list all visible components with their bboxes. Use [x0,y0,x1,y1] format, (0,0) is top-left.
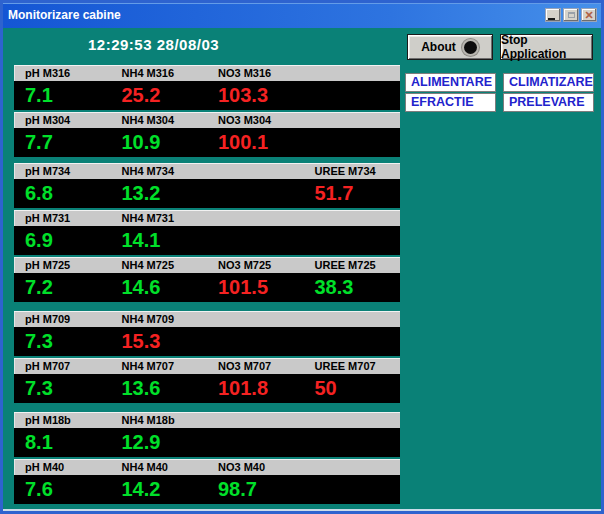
measure-value [304,81,401,110]
station-value-row: 7.214.6101.538.3 [14,273,400,302]
station-header-row: pH M731NH4 M731 [14,210,400,226]
about-button-label: About [421,40,456,54]
measure-label [304,210,401,226]
measure-value: 38.3 [304,273,401,302]
window-bottom-edge [3,509,601,511]
measure-value: 101.5 [207,273,304,302]
clock-display: 12:29:53 28/08/03 [88,36,219,53]
measure-value [207,226,304,255]
measure-value: 14.2 [111,475,208,504]
measure-label: NO3 M316 [207,65,304,81]
about-led-indicator [464,41,477,54]
measure-label: NH4 M709 [111,311,208,327]
measure-value: 14.1 [111,226,208,255]
measure-value: 98.7 [207,475,304,504]
measure-label: NH4 M316 [111,65,208,81]
measure-label: pH M18b [14,412,111,428]
close-button[interactable]: ✕ [581,8,597,22]
app-window: Monitorizare cabine ✕ 12:29:53 28/08/03 … [0,0,604,514]
measure-value: 101.8 [207,374,304,403]
minimize-button[interactable] [545,8,561,22]
measure-value [304,128,401,157]
measure-value [207,428,304,457]
measure-label: UREE M707 [304,358,401,374]
about-button[interactable]: About [407,34,493,60]
measure-label [304,65,401,81]
measure-label [304,112,401,128]
station-value-row: 7.313.6101.850 [14,374,400,403]
measure-label [304,311,401,327]
alarm-indicator-prelevare: PRELEVARE [503,93,594,112]
measure-label: pH M725 [14,257,111,273]
measure-value: 13.6 [111,374,208,403]
measure-value: 7.1 [14,81,111,110]
measure-value: 6.9 [14,226,111,255]
stop-button-label: Stop Application [501,33,592,61]
station-panel-M734: pH M734NH4 M734UREE M734 6.813.251.7 [14,163,400,208]
measure-value: 10.9 [111,128,208,157]
measure-value [207,179,304,208]
measure-label: NH4 M40 [111,459,208,475]
measure-label [207,210,304,226]
measure-label: NH4 M18b [111,412,208,428]
measure-value: 25.2 [111,81,208,110]
station-panel-M707: pH M707NH4 M707NO3 M707UREE M707 7.313.6… [14,358,400,403]
station-panel-M725: pH M725NH4 M725NO3 M725UREE M725 7.214.6… [14,257,400,302]
alarm-indicator-efractie: EFRACTIE [405,93,496,112]
measure-label: pH M707 [14,358,111,374]
measure-value [304,475,401,504]
maximize-button[interactable] [563,8,579,22]
alarm-status-panel: ALIMENTARECLIMATIZAREEFRACTIEPRELEVARE [405,73,594,112]
window-title: Monitorizare cabine [8,3,121,28]
station-panel-M316: pH M316NH4 M316NO3 M316 7.125.2103.3 [14,65,400,110]
measure-value: 15.3 [111,327,208,356]
measure-value: 6.8 [14,179,111,208]
measure-value: 8.1 [14,428,111,457]
measure-label [207,163,304,179]
measure-label: NO3 M707 [207,358,304,374]
measure-value: 7.6 [14,475,111,504]
measure-value: 51.7 [304,179,401,208]
measure-label [207,412,304,428]
measure-value [304,428,401,457]
measure-value [304,327,401,356]
measure-label: pH M304 [14,112,111,128]
measure-label: UREE M734 [304,163,401,179]
measure-label: NH4 M734 [111,163,208,179]
station-value-row: 6.813.251.7 [14,179,400,208]
station-panel-M40: pH M40NH4 M40NO3 M40 7.614.298.7 [14,459,400,504]
station-value-row: 7.315.3 [14,327,400,356]
measure-value: 7.7 [14,128,111,157]
maximize-icon [568,12,575,18]
alarm-indicator-alimentare: ALIMENTARE [405,73,496,92]
alarm-indicator-climatizare: CLIMATIZARE [503,73,594,92]
measure-label [304,412,401,428]
station-header-row: pH M734NH4 M734UREE M734 [14,163,400,179]
station-header-row: pH M707NH4 M707NO3 M707UREE M707 [14,358,400,374]
client-area: 12:29:53 28/08/03 About Stop Application… [3,28,601,511]
stop-application-button[interactable]: Stop Application [500,34,593,60]
measure-label: NH4 M725 [111,257,208,273]
measure-value: 103.3 [207,81,304,110]
station-header-row: pH M40NH4 M40NO3 M40 [14,459,400,475]
measure-label [304,459,401,475]
measure-value: 50 [304,374,401,403]
measure-label [207,311,304,327]
station-panel-M18b: pH M18bNH4 M18b 8.112.9 [14,412,400,457]
station-header-row: pH M709NH4 M709 [14,311,400,327]
titlebar: Monitorizare cabine ✕ [3,3,601,28]
measure-value [304,226,401,255]
station-header-row: pH M304NH4 M304NO3 M304 [14,112,400,128]
measure-value: 13.2 [111,179,208,208]
station-panel-M731: pH M731NH4 M731 6.914.1 [14,210,400,255]
station-value-row: 7.125.2103.3 [14,81,400,110]
measure-value: 7.3 [14,327,111,356]
measure-label: pH M40 [14,459,111,475]
measure-label: pH M734 [14,163,111,179]
measure-value: 100.1 [207,128,304,157]
station-value-row: 6.914.1 [14,226,400,255]
measure-label: NH4 M731 [111,210,208,226]
station-panel-M709: pH M709NH4 M709 7.315.3 [14,311,400,356]
window-controls: ✕ [545,8,597,22]
station-header-row: pH M18bNH4 M18b [14,412,400,428]
